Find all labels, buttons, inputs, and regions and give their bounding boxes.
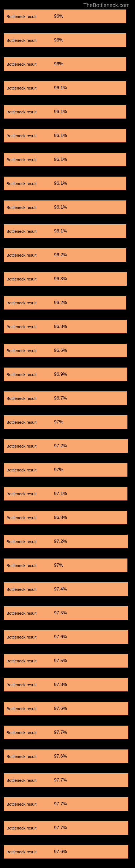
bar-label: Bottleneck result — [4, 253, 37, 257]
bar-value: 96.9% — [54, 372, 67, 377]
bar-label: Bottleneck result — [4, 849, 37, 854]
bar-fill: Bottleneck result97.3% — [4, 678, 128, 691]
bar-fill: Bottleneck result96% — [4, 57, 126, 71]
bar-fill: Bottleneck result97.5% — [4, 606, 128, 620]
bar-label: Bottleneck result — [4, 229, 37, 234]
bar-value: 96.1% — [54, 228, 67, 234]
bar-row: Bottleneck result97.5% — [4, 654, 131, 668]
bar-fill: Bottleneck result96.3% — [4, 320, 127, 333]
bar-label: Bottleneck result — [4, 516, 37, 520]
bar-label: Bottleneck result — [4, 754, 37, 759]
bar-label: Bottleneck result — [4, 778, 37, 782]
bar-row: Bottleneck result97% — [4, 558, 131, 572]
bar-row: Bottleneck result96.2% — [4, 248, 131, 262]
bar-row: Bottleneck result97.6% — [4, 749, 131, 763]
bar-fill: Bottleneck result97.6% — [4, 749, 128, 763]
bar-row: Bottleneck result96% — [4, 57, 131, 71]
bar-value: 97.7% — [54, 777, 67, 783]
bar-label: Bottleneck result — [4, 157, 37, 162]
bar-value: 96.2% — [54, 300, 67, 305]
bar-fill: Bottleneck result96% — [4, 33, 126, 47]
bar-value: 97.6% — [54, 753, 67, 759]
bar-row: Bottleneck result97.5% — [4, 606, 131, 620]
bar-row: Bottleneck result97.6% — [4, 702, 131, 715]
bar-value: 96.1% — [54, 181, 67, 186]
bar-row: Bottleneck result96.1% — [4, 153, 131, 166]
bar-fill: Bottleneck result97.6% — [4, 845, 128, 859]
bar-fill: Bottleneck result97.7% — [4, 821, 128, 835]
bar-value: 96% — [54, 61, 63, 67]
bar-fill: Bottleneck result97% — [4, 558, 127, 572]
bar-label: Bottleneck result — [4, 372, 37, 377]
bar-value: 97.6% — [54, 634, 67, 640]
bar-label: Bottleneck result — [4, 611, 37, 616]
bar-value: 97.7% — [54, 825, 67, 831]
bar-value: 97.6% — [54, 706, 67, 711]
bar-label: Bottleneck result — [4, 659, 37, 663]
bar-fill: Bottleneck result97.4% — [4, 582, 128, 596]
bar-label: Bottleneck result — [4, 14, 37, 19]
bar-fill: Bottleneck result97% — [4, 463, 127, 476]
bar-fill: Bottleneck result96.1% — [4, 129, 126, 143]
bar-value: 96.1% — [54, 133, 67, 138]
bar-fill: Bottleneck result96.2% — [4, 296, 126, 310]
bar-label: Bottleneck result — [4, 396, 37, 401]
bar-fill: Bottleneck result96.3% — [4, 272, 127, 286]
bar-value: 97.4% — [54, 586, 67, 592]
bar-fill: Bottleneck result96.1% — [4, 200, 126, 214]
bar-row: Bottleneck result97.3% — [4, 678, 131, 691]
bar-label: Bottleneck result — [4, 38, 37, 42]
bar-fill: Bottleneck result96.1% — [4, 177, 126, 190]
bar-row: Bottleneck result96.1% — [4, 177, 131, 190]
bar-row: Bottleneck result97% — [4, 415, 131, 429]
bar-row: Bottleneck result97.4% — [4, 582, 131, 596]
bar-value: 97.2% — [54, 539, 67, 544]
bar-value: 96.3% — [54, 276, 67, 282]
bar-row: Bottleneck result96.1% — [4, 200, 131, 214]
bar-fill: Bottleneck result97.1% — [4, 487, 127, 500]
bar-value: 96.2% — [54, 252, 67, 258]
bar-fill: Bottleneck result97.2% — [4, 439, 128, 453]
bar-label: Bottleneck result — [4, 563, 37, 568]
bar-value: 96% — [54, 37, 63, 43]
bar-row: Bottleneck result97.6% — [4, 845, 131, 859]
bar-row: Bottleneck result97% — [4, 463, 131, 476]
bar-label: Bottleneck result — [4, 730, 37, 735]
bar-fill: Bottleneck result96.9% — [4, 368, 127, 381]
bar-row: Bottleneck result96.1% — [4, 224, 131, 238]
page-title: TheBottleneck.com — [0, 0, 135, 9]
bar-row: Bottleneck result96.9% — [4, 368, 131, 381]
bar-fill: Bottleneck result97.2% — [4, 535, 128, 548]
bar-label: Bottleneck result — [4, 348, 37, 353]
bar-fill: Bottleneck result97% — [4, 415, 127, 429]
bar-value: 96.3% — [54, 324, 67, 329]
bar-label: Bottleneck result — [4, 86, 37, 90]
bar-row: Bottleneck result96.2% — [4, 296, 131, 310]
bar-row: Bottleneck result97.2% — [4, 535, 131, 548]
bar-value: 97.6% — [54, 849, 67, 855]
bar-fill: Bottleneck result96.7% — [4, 392, 127, 405]
bar-fill: Bottleneck result96% — [4, 9, 126, 23]
bar-fill: Bottleneck result97.7% — [4, 725, 128, 739]
bar-row: Bottleneck result96.3% — [4, 272, 131, 286]
bar-label: Bottleneck result — [4, 468, 37, 472]
bar-fill: Bottleneck result96.8% — [4, 511, 127, 524]
bar-row: Bottleneck result97.7% — [4, 773, 131, 787]
bar-value: 96.6% — [54, 348, 67, 353]
bar-label: Bottleneck result — [4, 181, 37, 186]
bar-label: Bottleneck result — [4, 826, 37, 830]
bar-label: Bottleneck result — [4, 587, 37, 592]
bar-row: Bottleneck result96.1% — [4, 81, 131, 95]
bar-label: Bottleneck result — [4, 539, 37, 544]
bar-fill: Bottleneck result97.7% — [4, 797, 128, 811]
bar-label: Bottleneck result — [4, 635, 37, 639]
bar-fill: Bottleneck result96.1% — [4, 81, 126, 95]
bar-value: 96.8% — [54, 515, 67, 520]
bar-value: 97.2% — [54, 443, 67, 448]
bar-value: 97.5% — [54, 658, 67, 663]
bar-fill: Bottleneck result97.6% — [4, 702, 128, 715]
bar-value: 96.1% — [54, 85, 67, 91]
bar-fill: Bottleneck result96.1% — [4, 153, 126, 166]
bar-row: Bottleneck result96.8% — [4, 511, 131, 524]
bar-label: Bottleneck result — [4, 133, 37, 138]
